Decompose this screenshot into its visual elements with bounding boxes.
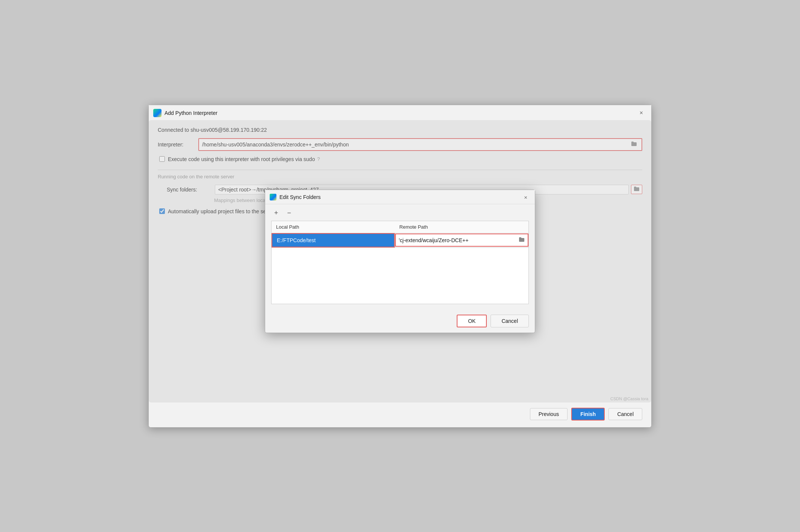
sync-table: Local Path Remote Path xyxy=(271,221,529,248)
dialog-cancel-button[interactable]: Cancel xyxy=(491,315,529,327)
table-empty-area xyxy=(271,248,529,304)
dialog-app-icon xyxy=(270,194,276,200)
remove-mapping-button[interactable]: − xyxy=(284,209,294,217)
app-icon xyxy=(153,109,162,117)
remote-path-cell xyxy=(395,233,528,247)
dialog-close-button[interactable]: × xyxy=(522,194,530,201)
finish-button[interactable]: Finish xyxy=(571,408,605,420)
title-bar: Add Python Interpreter × xyxy=(149,105,651,120)
dialog-title-bar: Edit Sync Folders × xyxy=(265,190,535,204)
dialog-footer: OK Cancel xyxy=(265,310,535,333)
edit-sync-folders-dialog: Edit Sync Folders × + − Local Path xyxy=(265,190,535,333)
remote-path-inner xyxy=(395,234,528,247)
dialog-ok-button[interactable]: OK xyxy=(457,315,487,327)
dialog-body: + − Local Path Remote Path xyxy=(265,204,535,310)
local-path-cell xyxy=(272,233,395,247)
dialog-toolbar: + − xyxy=(271,209,529,217)
bottom-buttons: Previous Finish Cancel xyxy=(149,402,651,427)
remote-browse-button[interactable] xyxy=(519,237,525,243)
window-close-button[interactable]: × xyxy=(637,109,645,117)
table-row xyxy=(272,233,529,247)
remote-path-header: Remote Path xyxy=(395,221,528,233)
local-path-input[interactable] xyxy=(272,234,394,247)
cancel-button[interactable]: Cancel xyxy=(608,408,642,420)
dialog-title: Edit Sync Folders xyxy=(279,194,522,200)
window-body: Connected to shu-usv005@58.199.170.190:2… xyxy=(149,120,651,402)
remote-path-input[interactable] xyxy=(399,237,517,243)
previous-button[interactable]: Previous xyxy=(530,408,568,420)
local-path-header: Local Path xyxy=(272,221,395,233)
add-mapping-button[interactable]: + xyxy=(271,209,281,217)
window-title: Add Python Interpreter xyxy=(165,110,637,116)
main-window: Add Python Interpreter × Connected to sh… xyxy=(148,105,652,428)
overlay: Edit Sync Folders × + − Local Path xyxy=(149,120,651,402)
